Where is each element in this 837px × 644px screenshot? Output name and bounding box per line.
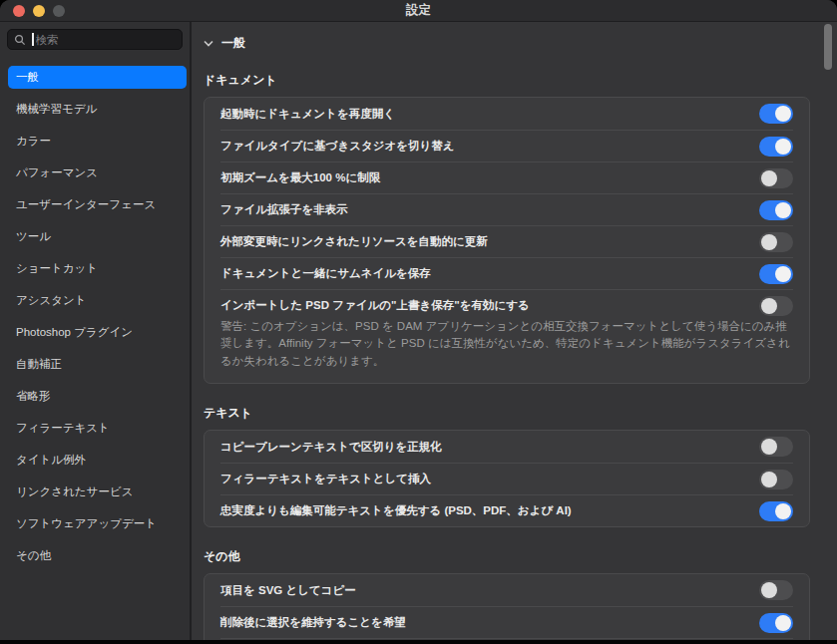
search-input[interactable] [36, 34, 156, 46]
setting-label: 忠実度よりも編集可能テキストを優先する (PSD、PDF、および AI) [220, 503, 572, 518]
scrollbar-thumb[interactable] [824, 24, 832, 70]
setting-label: 削除後に選択を維持することを希望 [220, 615, 406, 630]
setting-label: フィラーテキストをテキストとして挿入 [220, 472, 431, 486]
settings-sections: ドキュメント起動時にドキュメントを再度開くファイルタイプに基づきスタジオを切り替… [204, 72, 808, 643]
toggle-switch[interactable] [759, 168, 793, 188]
toggle-switch[interactable] [759, 264, 793, 284]
setting-row: フィラーテキストをテキストとして挿入 [220, 463, 793, 494]
setting-label: 初期ズームを最大100 %に制限 [220, 170, 380, 185]
toggle-knob [775, 139, 791, 155]
toggle-switch[interactable] [759, 613, 793, 633]
setting-label: インポートした PSD ファイルの"上書き保存"を有効にする [220, 298, 530, 313]
setting-label: ドキュメントと一緒にサムネイルを保存 [220, 266, 431, 281]
setting-row: 起動時にドキュメントを再度開く [220, 98, 793, 130]
setting-row: 初期ズームを最大100 %に制限 [220, 161, 793, 193]
setting-row: 削除後に選択を維持することを希望 [220, 606, 793, 638]
section-title-text: テキスト [204, 405, 808, 422]
group-box-document: 起動時にドキュメントを再度開くファイルタイプに基づきスタジオを切り替え初期ズーム… [204, 97, 810, 384]
toggle-knob [761, 582, 777, 598]
sidebar-nav: 一般機械学習モデルカラーパフォーマンスユーザーインターフェースツールショートカッ… [0, 66, 190, 567]
sidebar-item-general[interactable]: 一般 [8, 66, 187, 89]
toggle-switch[interactable] [759, 296, 793, 316]
setting-row: ファイル拡張子を非表示 [220, 193, 793, 225]
sidebar-item-photoshop-plugins[interactable]: Photoshop プラグイン [8, 321, 187, 344]
sidebar-item-color[interactable]: カラー [8, 130, 187, 153]
toggle-knob [775, 615, 791, 631]
setting-label: 項目を SVG としてコピー [220, 583, 356, 598]
section-title-misc: その他 [204, 548, 808, 565]
toggle-switch[interactable] [759, 104, 793, 124]
sidebar-item-software-update[interactable]: ソフトウェアアップデート [8, 512, 187, 535]
toggle-knob [761, 439, 777, 455]
group-box-text: コピープレーンテキストで区切りを正規化フィラーテキストをテキストとして挿入忠実度… [204, 430, 810, 527]
sidebar-item-user-interface[interactable]: ユーザーインターフェース [8, 193, 187, 216]
sidebar-item-auto-correct[interactable]: 自動補正 [8, 353, 187, 376]
toggle-switch[interactable] [759, 437, 793, 457]
settings-window: 設定 一般機械学習モデルカラーパフォーマンスユーザーインターフェースツールショー… [0, 0, 837, 644]
toggle-knob [761, 298, 777, 314]
warning-text: 警告: このオプションは、PSD を DAM アプリケーションとの相互交換フォー… [220, 318, 793, 383]
toggle-knob [775, 106, 791, 122]
sidebar-item-machine-learning-models[interactable]: 機械学習モデル [8, 98, 187, 121]
sidebar-item-tools[interactable]: ツール [8, 225, 187, 248]
setting-row: ドキュメントと一緒にサムネイルを保存 [220, 257, 793, 289]
main-panel: 一般 ドキュメント起動時にドキュメントを再度開くファイルタイプに基づきスタジオを… [192, 22, 837, 643]
group-box-misc: 項目を SVG としてコピー削除後に選択を維持することを希望XMP サイドカーか… [204, 573, 810, 643]
setting-row: 外部変更時にリンクされたリソースを自動的に更新 [220, 225, 793, 257]
toggle-knob [761, 170, 777, 186]
sidebar-item-assistant[interactable]: アシスタント [8, 289, 187, 312]
setting-row: ファイルタイプに基づきスタジオを切り替え [220, 130, 793, 161]
page-title: 一般 [221, 35, 245, 52]
setting-row: インポートした PSD ファイルの"上書き保存"を有効にする [220, 289, 793, 321]
sidebar-item-shortcuts[interactable]: ショートカット [8, 257, 187, 280]
setting-row: 項目を SVG としてコピー [220, 574, 793, 606]
toggle-knob [775, 503, 791, 519]
sidebar: 一般機械学習モデルカラーパフォーマンスユーザーインターフェースツールショートカッ… [0, 22, 190, 643]
section-title-document: ドキュメント [204, 72, 808, 89]
setting-label: ファイルタイプに基づきスタジオを切り替え [220, 139, 455, 154]
sidebar-item-linked-services[interactable]: リンクされたサービス [8, 481, 187, 503]
sidebar-item-other[interactable]: その他 [8, 544, 187, 567]
sidebar-item-performance[interactable]: パフォーマンス [8, 161, 187, 184]
setting-row: 忠実度よりも編集可能テキストを優先する (PSD、PDF、および AI) [220, 494, 793, 526]
setting-label: 外部変更時にリンクされたリソースを自動的に更新 [220, 234, 488, 249]
window-title: 設定 [0, 2, 837, 19]
sidebar-item-title-exceptions[interactable]: タイトル例外 [8, 449, 187, 472]
setting-label: ファイル拡張子を非表示 [220, 202, 348, 217]
toggle-switch[interactable] [759, 501, 793, 521]
toggle-switch[interactable] [759, 137, 793, 157]
search-box[interactable] [7, 29, 183, 50]
toggle-knob [775, 266, 791, 282]
chevron-down-icon [204, 40, 213, 47]
toggle-switch[interactable] [759, 200, 793, 220]
setting-label: コピープレーンテキストで区切りを正規化 [220, 440, 442, 455]
sidebar-item-abbreviations[interactable]: 省略形 [8, 385, 187, 408]
titlebar[interactable]: 設定 [0, 0, 837, 22]
setting-label: 起動時にドキュメントを再度開く [220, 107, 395, 122]
window-bottom-edge [0, 640, 837, 644]
search-icon [14, 34, 26, 46]
toggle-knob [775, 202, 791, 218]
setting-row: コピープレーンテキストで区切りを正規化 [220, 431, 793, 463]
toggle-knob [761, 472, 777, 487]
toggle-switch[interactable] [759, 580, 793, 600]
toggle-knob [761, 234, 777, 250]
toggle-switch[interactable] [759, 232, 793, 252]
section-header-general[interactable]: 一般 [204, 35, 808, 51]
text-cursor [32, 33, 34, 46]
toggle-switch[interactable] [759, 470, 793, 489]
sidebar-item-filler-text[interactable]: フィラーテキスト [8, 417, 187, 440]
